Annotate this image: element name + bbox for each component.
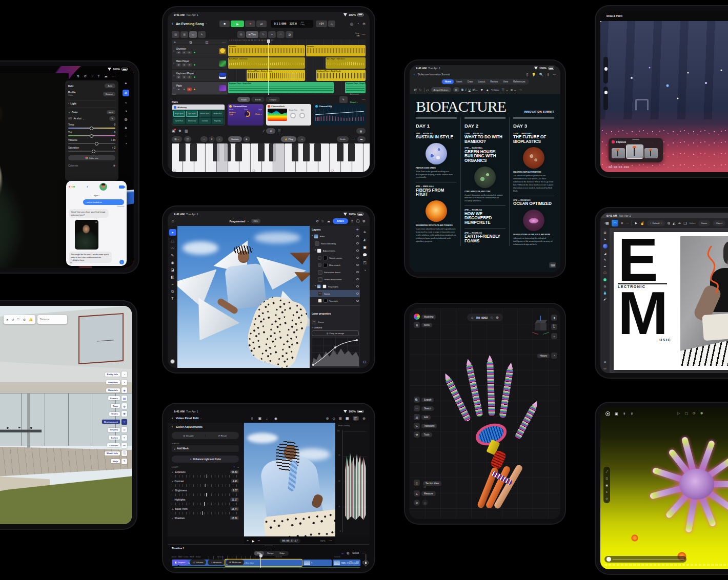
brush-tool-icon[interactable]: 🖌 xyxy=(603,298,606,301)
record-target-icon[interactable] xyxy=(605,411,610,416)
expand-icon[interactable]: ⤢ xyxy=(605,470,608,473)
render-playbar[interactable] xyxy=(604,556,686,563)
section-view-icon[interactable]: ▯ xyxy=(414,480,420,486)
enhance-button[interactable]: ✦Enhance Light and Color xyxy=(172,455,239,463)
sketch-tool-icon[interactable]: ◠ xyxy=(414,405,420,411)
format-painter-icon[interactable]: ▱ xyxy=(426,88,429,92)
layer-row-noise[interactable]: Noise blending xyxy=(310,240,361,247)
lr-color-mix-button[interactable]: Color mix xyxy=(68,155,115,160)
tools-tool[interactable]: Tools xyxy=(421,432,432,437)
material-icon[interactable]: ⊙ xyxy=(605,497,608,500)
italic-button[interactable]: I xyxy=(466,88,467,91)
select-mode-button[interactable]: Select xyxy=(352,552,359,554)
export-panel-icon[interactable]: ⊡ xyxy=(363,360,367,364)
play-button[interactable]: ▶ xyxy=(231,20,244,27)
tab-review[interactable]: Review xyxy=(488,79,500,84)
tab-references[interactable]: References xyxy=(511,79,528,84)
disable-button[interactable]: ◎Disable xyxy=(172,434,206,437)
home-icon[interactable]: ⌂ xyxy=(471,316,473,319)
search-icon[interactable]: 🔍 xyxy=(539,73,543,76)
connect-icon[interactable]: ∞ xyxy=(341,552,343,555)
soften-button[interactable]: Soften◐ xyxy=(66,435,127,441)
octave-down-button[interactable]: ‹ xyxy=(200,136,208,142)
modeling-button[interactable]: Modeling xyxy=(421,315,436,319)
camera-icon[interactable]: ▣ xyxy=(258,417,261,420)
object-button[interactable]: Object xyxy=(713,220,725,226)
region-bass-2[interactable]: Bass Player - Indie Disco xyxy=(326,57,366,69)
comments-panel-icon[interactable]: 💬 xyxy=(362,253,367,257)
measure-icon[interactable]: ⊾ xyxy=(414,490,420,496)
sustain-button[interactable]: Sustain xyxy=(228,136,242,142)
align-icon[interactable]: ≞ xyxy=(678,221,681,225)
chromaglow-model-value[interactable]: Modern Tube xyxy=(229,112,239,116)
delete-tool-icon[interactable]: ✕ xyxy=(603,361,606,364)
align-icon[interactable]: ☰ ⌄ xyxy=(501,88,509,92)
export-icon[interactable]: ⇪ xyxy=(623,412,626,416)
inspect-button[interactable]: ◧Inspect xyxy=(172,560,188,565)
detach-icon[interactable]: ◫ xyxy=(349,561,353,564)
window-min-dot[interactable] xyxy=(71,186,73,188)
record-button[interactable]: ● xyxy=(245,20,255,27)
compose-plus-button[interactable]: + xyxy=(69,260,73,264)
redo-icon[interactable]: ↻ xyxy=(419,88,422,92)
preset-tile[interactable]: Bright Arp xyxy=(212,118,224,124)
entity-info-button[interactable]: Entity Info◔ xyxy=(66,371,127,377)
history-clock-icon[interactable]: ◔ xyxy=(551,353,557,359)
more-icon[interactable]: ⋯ xyxy=(553,73,556,76)
timeline-zoom-value[interactable]: 74 % xyxy=(320,540,325,542)
lr-browse-button[interactable]: Browse xyxy=(103,92,115,96)
lr-slider-temp[interactable]: Temp0 xyxy=(68,123,115,129)
solo-button[interactable]: S xyxy=(182,88,187,91)
chromaglow-style-value[interactable]: Clean ⌄ xyxy=(255,113,262,115)
menu-icon[interactable]: ≡ xyxy=(621,221,623,225)
reset-button[interactable]: ↺Reset xyxy=(206,434,239,437)
orientation-icon[interactable]: ⬆ xyxy=(551,315,557,321)
lr-wb-value[interactable]: As shot xyxy=(73,117,81,120)
kb-split-button[interactable]: ◫ xyxy=(184,136,191,142)
track-header-bass[interactable]: 2 Bass PlayerMSR xyxy=(172,57,228,69)
minimize-icon[interactable]: ⊖ xyxy=(362,22,366,26)
octave-up-button[interactable]: › xyxy=(216,136,223,142)
crop-icon[interactable]: ⧉ xyxy=(123,90,129,96)
kb-play-button[interactable]: ☝Play xyxy=(281,136,296,142)
settings-gear-icon[interactable]: ⚙ xyxy=(362,219,366,223)
eye-icon[interactable] xyxy=(356,235,359,237)
preset-tile[interactable]: Dark Arp xyxy=(199,118,211,124)
type-tool-icon[interactable]: T xyxy=(171,297,173,300)
track-header-pads[interactable]: 4 PadsMSR xyxy=(172,81,228,94)
kb-mini-map[interactable]: ▤ ⌄ xyxy=(172,136,182,142)
project-title[interactable]: Draw & Paint xyxy=(606,14,622,17)
timeline-lane[interactable]: 1 2 3 4 5 6 7 8 9 10 11 12 13 14 15 16 1… xyxy=(228,39,366,95)
play-icon[interactable]: ▷ xyxy=(677,411,680,415)
range-tab[interactable]: Range xyxy=(264,551,277,555)
layer-row-sweater[interactable]: Sweat...ooster xyxy=(310,254,361,261)
snap-setting[interactable]: Snap1/4 xyxy=(355,32,359,37)
kb-more-icon[interactable]: ⋯ xyxy=(351,137,355,141)
count-in-badge[interactable]: +54 xyxy=(316,20,327,27)
brush-size-slider[interactable] xyxy=(603,57,608,84)
window-max-dot[interactable] xyxy=(73,186,75,188)
transform-icon[interactable]: ⧉ xyxy=(668,221,670,225)
record-enable-button[interactable]: R xyxy=(187,88,192,91)
track-header-drummer[interactable]: 1 DrummerMSR xyxy=(172,45,228,57)
contact-name[interactable]: Joyce › xyxy=(93,195,99,197)
piano-keyboard[interactable]: C2 C3 C4 xyxy=(172,143,370,172)
audio-track[interactable] xyxy=(172,567,360,568)
loop-icon[interactable]: ⟳ xyxy=(693,411,696,415)
preset-selector[interactable]: ‹Default› xyxy=(647,220,665,226)
indent-icon[interactable]: ⇥ xyxy=(519,88,522,92)
document-name[interactable]: RH_0003 xyxy=(476,316,488,319)
cloud-icon[interactable]: ☁ xyxy=(104,74,108,78)
tab-home[interactable]: Home xyxy=(442,79,454,84)
view-cube[interactable] xyxy=(535,320,547,332)
vertical-zoom-slider[interactable] xyxy=(365,554,367,568)
eye-icon[interactable] xyxy=(356,250,359,252)
outliner-button[interactable]: Outliner≔ xyxy=(66,443,127,448)
slider-blackpoint[interactable]: ◍Black Point15.44 xyxy=(172,507,239,514)
tab-draw[interactable]: Draw xyxy=(465,79,476,84)
help-button[interactable]: Help? xyxy=(66,459,127,464)
browser-view-button[interactable]: ▤ xyxy=(172,31,179,38)
snap-icon[interactable]: ✧ xyxy=(551,333,557,339)
eyedrop-tool-icon[interactable]: 💧 xyxy=(603,292,607,295)
slider-knob[interactable] xyxy=(95,142,98,146)
